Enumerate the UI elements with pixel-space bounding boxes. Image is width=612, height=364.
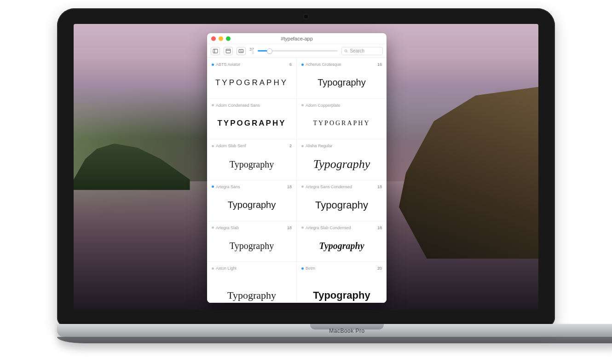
font-cell[interactable]: Acherus Grotesque16Typography [297, 58, 387, 99]
svg-text:Aa: Aa [240, 49, 243, 52]
font-cell[interactable]: Aston LightTypography [207, 262, 297, 303]
tag-dot [212, 267, 214, 270]
font-count-label: 6 [289, 62, 292, 67]
tag-dot [301, 104, 304, 106]
desktop-wallpaper: #typeface-app Aa 37 [74, 24, 538, 310]
laptop-hinge: MacBook Pro [57, 324, 612, 337]
font-cell[interactable]: Artegra Sans Condensed18Typography [297, 180, 387, 221]
font-preview: Typography [301, 67, 382, 98]
font-preview: Typography [212, 149, 292, 180]
tag-dot [212, 64, 214, 66]
grid-view-button[interactable] [224, 47, 233, 55]
font-name-label: Adorn Condensed Sans [216, 103, 260, 108]
tag-dot [301, 185, 304, 188]
laptop-frame: #typeface-app Aa 37 [57, 8, 555, 343]
font-count-label: 18 [287, 185, 292, 189]
sidebar-toggle-button[interactable] [211, 47, 220, 55]
font-name-label: Acherus Grotesque [306, 62, 341, 67]
font-cell[interactable]: Adorn CopperplateTYPOGRAPHY [297, 99, 387, 140]
slider-thumb[interactable] [267, 48, 272, 54]
tag-dot [301, 145, 304, 147]
font-preview: Typography [301, 190, 382, 221]
size-value-label: 37 0 [249, 47, 254, 55]
font-name-label: Adorn Copperplate [306, 103, 341, 108]
font-cell[interactable]: Artegra Sans18Typography [207, 180, 297, 221]
tag-dot [212, 185, 214, 188]
search-icon [344, 49, 348, 53]
search-field[interactable] [341, 47, 383, 55]
font-cell[interactable]: Betm20Typography [297, 262, 387, 303]
app-window: #typeface-app Aa 37 [207, 33, 387, 303]
font-name-label: Artegra Sans [216, 185, 240, 189]
font-name-label: Artegra Sans Condensed [306, 185, 352, 189]
svg-rect-0 [213, 49, 218, 52]
laptop-foot [57, 337, 612, 343]
font-name-label: ABTS Aviator [216, 62, 240, 67]
font-cell[interactable]: Artegra Slab18Typography [207, 221, 297, 262]
font-preview: Typography [301, 271, 382, 302]
font-count-label: 18 [287, 225, 292, 230]
camera-dot [304, 15, 308, 18]
font-count-label: 2 [289, 144, 292, 148]
font-count-label: 18 [377, 185, 382, 189]
font-name-label: Artegra Slab [216, 225, 239, 230]
window-title: #typeface-app [207, 36, 387, 41]
font-cell[interactable]: Adorn Slab Serif2Typography [207, 139, 297, 180]
font-preview: TYPOGRAPHY [212, 108, 292, 139]
tag-dot [301, 226, 304, 229]
tag-dot [212, 226, 214, 229]
font-cell[interactable]: Adorn Condensed SansTYPOGRAPHY [207, 99, 297, 140]
toolbar: Aa 37 0 [207, 44, 387, 58]
size-slider[interactable] [258, 48, 338, 54]
search-input[interactable] [350, 48, 380, 53]
svg-point-6 [345, 50, 347, 52]
font-preview: Typography [212, 271, 292, 302]
font-count-label: 18 [377, 225, 382, 230]
svg-line-7 [347, 52, 348, 52]
preview-mode-button[interactable]: Aa [237, 47, 246, 55]
font-preview: TYPOGRAPHY [301, 108, 382, 139]
font-count-label: 20 [377, 266, 382, 271]
font-preview: Typography [301, 149, 382, 180]
font-name-label: Aston Light [216, 266, 237, 271]
device-brand-label: MacBook Pro [329, 328, 365, 334]
font-name-label: Betm [306, 266, 315, 271]
font-name-label: Alisha Regular [306, 144, 333, 148]
font-preview: Typography [212, 190, 292, 221]
font-preview: Typography [301, 231, 382, 262]
tag-dot [212, 104, 214, 106]
svg-rect-2 [226, 49, 231, 52]
font-grid: ABTS Aviator6TYPOGRAPHYAcherus Grotesque… [207, 58, 387, 303]
font-cell[interactable]: ABTS Aviator6TYPOGRAPHY [207, 58, 297, 99]
font-cell[interactable]: Alisha RegularTypography [297, 139, 387, 180]
font-name-label: Artegra Slab Condensed [306, 225, 351, 230]
font-cell[interactable]: Artegra Slab Condensed18Typography [297, 221, 387, 262]
font-preview: Typography [212, 231, 292, 262]
font-count-label: 16 [377, 62, 382, 67]
tag-dot [301, 267, 304, 270]
screen-bezel: #typeface-app Aa 37 [57, 8, 555, 327]
tag-dot [301, 64, 304, 66]
font-name-label: Adorn Slab Serif [216, 144, 246, 148]
font-preview: TYPOGRAPHY [212, 67, 292, 98]
titlebar[interactable]: #typeface-app [207, 33, 387, 44]
tag-dot [212, 145, 214, 147]
